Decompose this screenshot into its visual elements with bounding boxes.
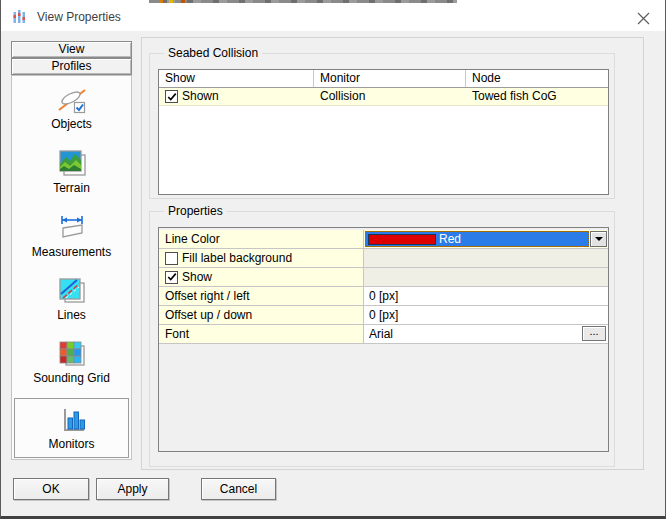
property-row-show: Show [159, 268, 608, 287]
check-icon [167, 92, 177, 102]
property-row-fill-label-background: Fill label background [159, 249, 608, 268]
properties-group: Properties Line Color Red [149, 211, 615, 467]
sidebar-item-objects[interactable]: Objects [14, 84, 129, 131]
chevron-down-icon [595, 237, 603, 241]
objects-icon [56, 84, 88, 116]
show-cell: Shown [159, 88, 314, 105]
property-label-cell: Fill label background [159, 249, 364, 267]
view-properties-dialog: View Properties View Profiles Objects [0, 0, 666, 519]
sidebar-item-label: Terrain [14, 181, 129, 195]
main-panel: Seabed Collision Show Monitor Node Shown [141, 37, 644, 470]
close-icon [637, 12, 650, 25]
empty-value-cell [364, 249, 608, 267]
offset-up-down-field[interactable]: 0 [px] [364, 306, 608, 324]
column-header-show[interactable]: Show [159, 70, 314, 87]
property-label: Font [159, 325, 364, 343]
property-label: Offset right / left [159, 287, 364, 305]
sidebar-item-sounding-grid[interactable]: Sounding Grid [14, 338, 129, 385]
sidebar-item-terrain[interactable]: Terrain [14, 148, 129, 195]
sidebar-item-label: Objects [14, 117, 129, 131]
terrain-icon [56, 148, 88, 180]
table-header: Show Monitor Node [159, 70, 608, 88]
apply-button[interactable]: Apply [96, 478, 169, 500]
dropdown-button[interactable] [590, 231, 607, 247]
sidebar-item-label: Sounding Grid [14, 371, 129, 385]
properties-grid: Line Color Red Fill label b [158, 227, 609, 452]
node-cell: Towed fish CoG [466, 88, 608, 105]
sidebar-item-lines[interactable]: Lines [14, 275, 129, 322]
shown-checkbox[interactable] [165, 90, 178, 103]
fill-label-background-checkbox[interactable] [165, 252, 178, 265]
close-button[interactable] [627, 5, 659, 31]
tab-profiles[interactable]: Profiles [11, 58, 132, 75]
sidebar-item-measurements[interactable]: Measurements [14, 212, 129, 259]
monitor-cell: Collision [314, 88, 466, 105]
seabed-collision-group: Seabed Collision Show Monitor Node Shown [149, 53, 615, 199]
seabed-collision-table: Show Monitor Node Shown Collision T [158, 69, 609, 195]
window-title: View Properties [37, 10, 121, 24]
sounding-grid-icon [56, 338, 88, 370]
line-color-dropdown[interactable]: Red [364, 230, 608, 248]
empty-value-cell [364, 268, 608, 286]
lines-icon [56, 275, 88, 307]
property-label: Fill label background [182, 251, 292, 265]
font-picker-button[interactable]: ... [582, 326, 606, 341]
table-row[interactable]: Shown Collision Towed fish CoG [159, 88, 608, 106]
sidebar-item-label: Measurements [14, 245, 129, 259]
property-label: Line Color [159, 230, 364, 248]
title-bar: View Properties [1, 3, 665, 31]
property-row-font: Font Arial ... [159, 325, 608, 344]
property-row-offset-up-down: Offset up / down 0 [px] [159, 306, 608, 325]
offset-right-left-field[interactable]: 0 [px] [364, 287, 608, 305]
ok-button[interactable]: OK [13, 478, 89, 500]
sliders-icon [12, 9, 28, 25]
property-label: Show [182, 270, 212, 284]
show-checkbox[interactable] [165, 271, 178, 284]
column-header-node[interactable]: Node [466, 70, 608, 87]
column-header-monitor[interactable]: Monitor [314, 70, 466, 87]
property-row-offset-right-left: Offset right / left 0 [px] [159, 287, 608, 306]
profiles-icon-list: Objects Terrain Measurements [11, 75, 132, 460]
sidebar-item-label: Lines [14, 308, 129, 322]
color-swatch [368, 234, 436, 245]
tab-view[interactable]: View [11, 41, 132, 58]
property-label-cell: Show [159, 268, 364, 286]
selected-color-option: Red [365, 231, 589, 247]
sidebar-item-monitors[interactable]: Monitors [14, 398, 129, 458]
font-field[interactable]: Arial ... [364, 325, 608, 343]
group-title: Seabed Collision [164, 46, 262, 60]
font-value: Arial [369, 327, 393, 341]
color-name: Red [439, 232, 461, 246]
sidebar-item-label: Monitors [15, 437, 128, 451]
shown-label: Shown [182, 88, 219, 105]
measurements-icon [56, 212, 88, 244]
check-icon [167, 272, 177, 282]
property-row-line-color: Line Color Red [159, 230, 608, 249]
monitors-icon [56, 404, 88, 436]
group-title: Properties [164, 204, 227, 218]
cancel-button[interactable]: Cancel [201, 478, 276, 500]
property-label: Offset up / down [159, 306, 364, 324]
